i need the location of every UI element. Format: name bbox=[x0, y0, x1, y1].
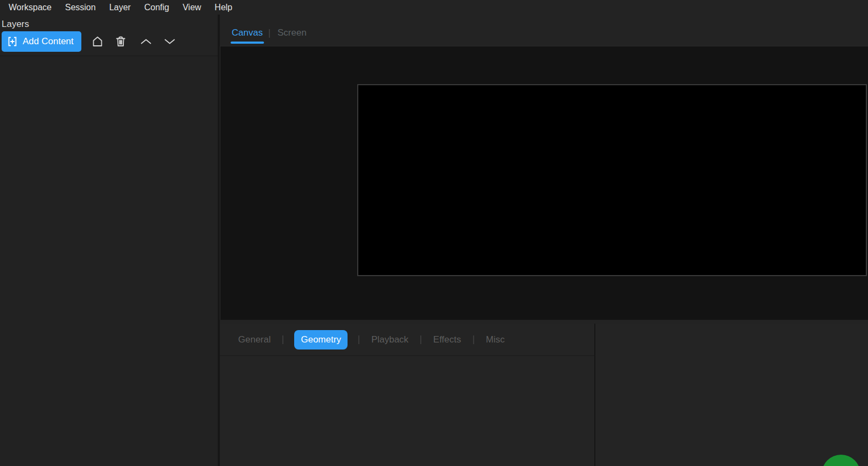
chevron-down-icon bbox=[164, 38, 176, 45]
move-layer-up-button[interactable] bbox=[139, 35, 153, 49]
properties-tab-separator bbox=[282, 335, 283, 344]
home-icon bbox=[92, 36, 103, 47]
add-content-label: Add Content bbox=[23, 36, 74, 47]
tab-general[interactable]: General bbox=[237, 330, 272, 350]
trash-icon bbox=[115, 36, 127, 47]
properties-tab-separator bbox=[473, 335, 474, 344]
tab-playback[interactable]: Playback bbox=[370, 330, 409, 350]
tab-effects[interactable]: Effects bbox=[432, 330, 462, 350]
layers-list[interactable] bbox=[0, 56, 218, 466]
menu-item-config[interactable]: Config bbox=[144, 3, 169, 12]
layers-panel: Layers Add Content bbox=[0, 15, 218, 466]
tab-canvas[interactable]: Canvas bbox=[232, 28, 263, 38]
properties-tab-bar: General Geometry Playback Effects Misc bbox=[220, 324, 594, 356]
right-properties-panel bbox=[595, 324, 868, 466]
canvas-viewport[interactable] bbox=[220, 46, 868, 320]
menu-item-session[interactable]: Session bbox=[65, 3, 96, 12]
properties-area: General Geometry Playback Effects Misc bbox=[220, 324, 868, 466]
properties-panel: General Geometry Playback Effects Misc bbox=[220, 324, 594, 466]
menu-item-view[interactable]: View bbox=[183, 3, 201, 12]
chevron-up-icon bbox=[140, 38, 152, 45]
menu-item-help[interactable]: Help bbox=[214, 3, 232, 12]
properties-tab-separator bbox=[420, 335, 421, 344]
green-fab-button[interactable] bbox=[822, 455, 860, 466]
menu-item-layer[interactable]: Layer bbox=[109, 3, 131, 12]
tab-geometry[interactable]: Geometry bbox=[294, 330, 348, 350]
move-layer-down-button[interactable] bbox=[163, 35, 177, 49]
home-button[interactable] bbox=[91, 35, 105, 49]
tab-screen[interactable]: Screen bbox=[277, 28, 307, 38]
viewer-tab-separator bbox=[269, 29, 270, 38]
layers-panel-title: Layers bbox=[2, 19, 29, 30]
main-area: Canvas Screen General Geometry Playback … bbox=[220, 15, 868, 466]
trash-button[interactable] bbox=[114, 35, 128, 49]
properties-tab-separator bbox=[358, 335, 359, 344]
tab-misc[interactable]: Misc bbox=[485, 330, 506, 350]
add-content-icon bbox=[7, 36, 18, 47]
canvas-tab-underline bbox=[231, 42, 264, 44]
layers-toolbar: Add Content bbox=[2, 31, 177, 52]
menu-item-workspace[interactable]: Workspace bbox=[9, 3, 52, 12]
viewer-tab-bar: Canvas Screen bbox=[220, 15, 868, 46]
menu-bar: Workspace Session Layer Config View Help bbox=[0, 0, 868, 15]
geometry-properties-body bbox=[220, 357, 594, 466]
canvas-screen-rect[interactable] bbox=[357, 84, 867, 276]
add-content-button[interactable]: Add Content bbox=[2, 31, 81, 52]
